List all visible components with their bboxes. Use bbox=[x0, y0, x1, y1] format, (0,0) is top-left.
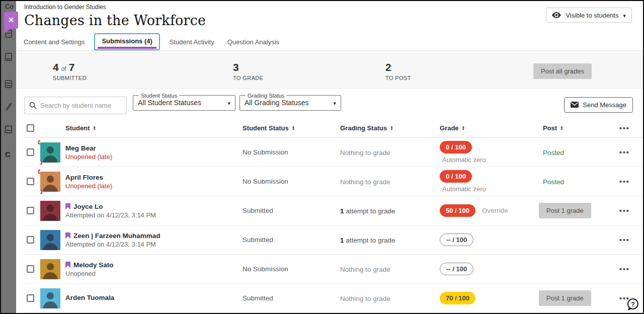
posted-status: Posted bbox=[543, 149, 564, 156]
to-grade-label: TO GRADE bbox=[233, 75, 263, 81]
help-button[interactable]: ? bbox=[626, 298, 639, 311]
post-grade-button[interactable]: Post 1 grade bbox=[539, 203, 591, 218]
student-status-select[interactable]: Student Status All Student Statuses bbox=[133, 93, 235, 111]
tab-student-activity[interactable]: Student Activity bbox=[163, 34, 221, 50]
post-all-grades-button[interactable]: Post all grades bbox=[533, 63, 592, 79]
post-grade-button[interactable]: Post 1 grade bbox=[539, 290, 591, 306]
row-options-icon[interactable] bbox=[611, 207, 643, 215]
visibility-label: Visible to students bbox=[566, 12, 618, 19]
student-row[interactable]: Arden Tuomala Submitted Nothing to grade… bbox=[24, 284, 643, 313]
table-options-icon[interactable] bbox=[611, 124, 643, 132]
student-row[interactable]: Meg Bear Unopened (late) No Submission N… bbox=[24, 138, 643, 167]
row-checkbox[interactable] bbox=[27, 178, 34, 185]
column-header-student-status[interactable]: Student Status bbox=[243, 124, 340, 132]
row-checkbox[interactable] bbox=[27, 207, 34, 214]
grade-pill[interactable]: 70 / 100 bbox=[440, 292, 475, 304]
visibility-dropdown[interactable]: Visible to students bbox=[546, 8, 632, 23]
student-row[interactable]: Zeen | Farzeen Muhammad Attempted on 4/1… bbox=[24, 225, 643, 255]
tab-content-and-settings[interactable]: Content and Settings bbox=[17, 34, 91, 50]
grading-status-cell: Nothing to grade bbox=[340, 148, 440, 157]
to-post-count: 2 bbox=[385, 61, 391, 73]
grade-pill[interactable]: 50 / 100 bbox=[440, 204, 475, 217]
grade-pill[interactable]: 0 / 100 bbox=[440, 170, 472, 183]
row-options-icon[interactable] bbox=[611, 148, 643, 156]
grade-cell: 0 / 100 Automatic zero bbox=[440, 141, 543, 164]
column-header-grading-status[interactable]: Grading Status bbox=[340, 124, 440, 132]
grading-status-cell: Nothing to grade bbox=[340, 294, 440, 303]
post-cell: Posted Posted bbox=[543, 177, 611, 186]
grade-cell: 0 / 100 Automatic zero bbox=[440, 170, 543, 193]
search-box bbox=[24, 97, 127, 114]
filter-row: Student Status All Student Statuses Grad… bbox=[16, 89, 643, 119]
stat-to-grade: 3 TO GRADE bbox=[233, 61, 263, 81]
avatar bbox=[40, 142, 65, 163]
stat-submitted: 4 of 7 SUBMITTED bbox=[53, 61, 87, 81]
grade-pill[interactable]: 0 / 100 bbox=[440, 141, 472, 153]
sort-icon bbox=[93, 126, 96, 130]
row-checkbox[interactable] bbox=[27, 148, 34, 156]
select-all-checkbox[interactable] bbox=[27, 124, 34, 132]
column-header-post[interactable]: Post bbox=[543, 124, 611, 132]
grade-pill[interactable]: -- / 100 bbox=[440, 233, 473, 246]
student-row[interactable]: April Flores Unopened (late) No Submissi… bbox=[24, 167, 643, 196]
row-options-icon[interactable] bbox=[611, 236, 643, 244]
grading-status-cell: Nothing to grade bbox=[340, 177, 440, 186]
column-header-student[interactable]: Student bbox=[65, 124, 243, 132]
sort-icon bbox=[292, 126, 295, 130]
grade-subtext: Automatic zero bbox=[442, 156, 543, 164]
student-row[interactable]: Joyce Lo Attempted on 4/12/23, 3:14 PM S… bbox=[24, 196, 643, 225]
grading-status-cell: 1 attempt to grade bbox=[340, 206, 440, 215]
grading-status-cell: 1 attempt to grade bbox=[340, 236, 440, 245]
student-name: Zeen | Farzeen Muhammad bbox=[73, 232, 160, 240]
search-input[interactable] bbox=[40, 102, 122, 109]
tab-submissions[interactable]: Submissions (4) bbox=[94, 33, 159, 50]
grading-status-cell: Nothing to grade bbox=[340, 265, 440, 274]
chevron-down-icon bbox=[333, 98, 336, 107]
student-name: Arden Tuomala bbox=[65, 294, 114, 301]
tab-question-analysis[interactable]: Question Analysis bbox=[221, 34, 286, 50]
send-message-label: Send Message bbox=[583, 101, 626, 109]
eye-icon bbox=[552, 12, 561, 18]
row-options-icon[interactable] bbox=[611, 265, 643, 273]
grade-cell: 50 / 100 Override bbox=[440, 204, 543, 217]
student-name: Melody Sato bbox=[73, 261, 114, 269]
bookmark-flag-icon bbox=[65, 203, 70, 210]
row-checkbox[interactable] bbox=[27, 294, 34, 302]
avatar bbox=[40, 201, 65, 221]
grading-status-select[interactable]: Grading Status All Grading Statuses bbox=[239, 93, 341, 111]
student-row[interactable]: Melody Sato Unopened No Submission Nothi… bbox=[24, 255, 643, 284]
bookmark-flag-icon bbox=[65, 232, 70, 239]
column-header-grade[interactable]: Grade bbox=[440, 124, 543, 132]
sort-icon bbox=[560, 126, 563, 130]
bookmark-flag-icon bbox=[65, 262, 70, 268]
row-checkbox[interactable] bbox=[27, 265, 34, 273]
student-status-cell: No Submission bbox=[243, 265, 340, 273]
background-sidebar: Co C bbox=[1, 1, 16, 313]
student-status-label: Student Status bbox=[139, 93, 179, 99]
submitted-total: 7 bbox=[69, 61, 75, 73]
student-status-value: All Student Statuses bbox=[138, 99, 201, 107]
grading-status-value: All Grading Statuses bbox=[245, 99, 309, 107]
pencil-icon bbox=[5, 102, 13, 110]
avatar bbox=[40, 288, 65, 308]
avatar bbox=[40, 259, 65, 279]
envelope-icon bbox=[571, 102, 579, 108]
student-status-cell: Submitted bbox=[243, 207, 340, 214]
avatar bbox=[40, 172, 65, 192]
row-options-icon[interactable] bbox=[611, 178, 643, 186]
panel-header: Introduction to Gender Studies Changes i… bbox=[16, 1, 643, 33]
close-panel-button[interactable] bbox=[4, 12, 18, 29]
student-substatus: Unopened (late) bbox=[65, 182, 243, 190]
grade-pill[interactable]: -- / 100 bbox=[440, 263, 473, 275]
submitted-label: SUBMITTED bbox=[53, 75, 87, 81]
row-checkbox[interactable] bbox=[27, 236, 34, 244]
student-status-cell: No Submission bbox=[243, 148, 340, 156]
table-header-row: Student Student Status Grading Status Gr… bbox=[24, 119, 643, 138]
sidebar-text-fragment: Co bbox=[5, 3, 14, 10]
student-status-cell: No Submission bbox=[243, 178, 340, 185]
to-post-label: TO POST bbox=[385, 75, 411, 81]
send-message-button[interactable]: Send Message bbox=[564, 97, 633, 113]
stat-to-post: 2 TO POST bbox=[385, 61, 411, 81]
student-substatus: Attempted on 4/12/23, 3:14 PM bbox=[65, 241, 243, 248]
student-status-cell: Submitted bbox=[243, 294, 340, 302]
